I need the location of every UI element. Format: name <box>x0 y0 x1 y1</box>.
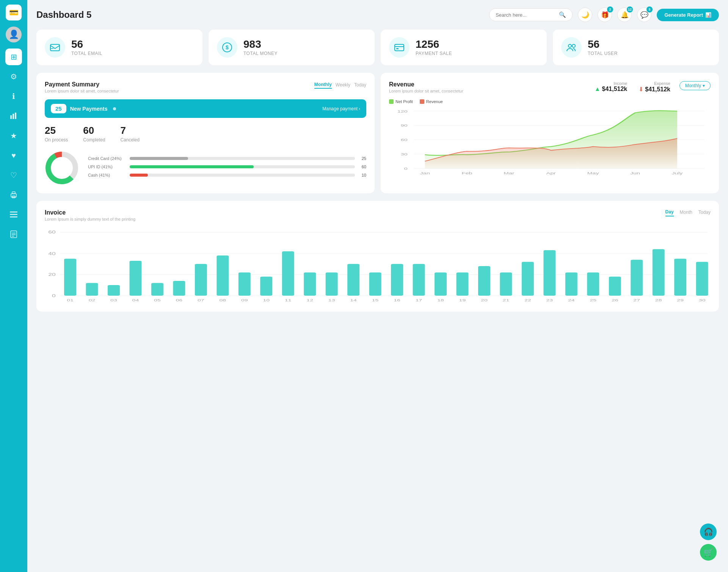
sidebar-item-print[interactable] <box>5 186 22 203</box>
payment-summary-subtitle: Lorem ipsum dolor sit amet, consectetur <box>45 89 119 93</box>
sidebar-item-heart2[interactable]: ♡ <box>5 167 22 183</box>
revenue-panel: Revenue Lorem ipsum dolor sit amet, cons… <box>381 73 719 193</box>
svg-text:60: 60 <box>48 230 56 234</box>
sidebar-item-settings[interactable]: ⚙ <box>5 68 22 85</box>
svg-text:18: 18 <box>437 298 444 302</box>
sidebar-item-info[interactable]: ℹ <box>5 88 22 105</box>
bar-cash-label: Cash (41%) <box>88 173 126 177</box>
bar-upi-track <box>130 165 355 168</box>
svg-text:Mar: Mar <box>504 171 515 175</box>
invoice-bar-20 <box>478 266 490 296</box>
invoice-bar-21 <box>500 273 512 296</box>
stat-card-payment: 1256 PAYMENT SALE <box>381 30 547 65</box>
gift-button[interactable]: 🎁 2 <box>598 8 612 22</box>
search-icon: 🔍 <box>559 11 566 18</box>
payment-summary-panel: Payment Summary Lorem ipsum dolor sit am… <box>36 73 375 193</box>
svg-text:0: 0 <box>52 294 56 298</box>
generate-report-button[interactable]: Generate Report 📊 <box>657 9 719 21</box>
income-label: Income <box>595 81 628 86</box>
invoice-bar-22 <box>522 262 534 296</box>
svg-text:19: 19 <box>459 298 466 302</box>
svg-rect-7 <box>10 214 17 215</box>
theme-toggle-button[interactable]: 🌙 <box>578 8 592 22</box>
invoice-bar-9 <box>238 273 251 296</box>
main-content: Dashboard 5 🔍 🌙 🎁 2 🔔 12 💬 5 Gen <box>27 0 728 572</box>
tab-today[interactable]: Today <box>354 81 366 88</box>
invoice-bar-12 <box>304 273 316 296</box>
sidebar-item-star[interactable]: ★ <box>5 127 22 144</box>
svg-text:23: 23 <box>546 298 553 302</box>
svg-rect-8 <box>10 216 17 218</box>
svg-rect-6 <box>10 212 17 213</box>
invoice-bar-5 <box>151 283 163 296</box>
svg-text:40: 40 <box>48 252 56 256</box>
tab-weekly[interactable]: Weekly <box>336 81 350 88</box>
stat-money-value: 983 <box>243 39 278 50</box>
sidebar-item-dashboard[interactable]: ⊞ <box>5 49 22 65</box>
sidebar-item-document[interactable] <box>5 226 22 243</box>
legend-revenue: Revenue <box>420 99 443 104</box>
payment-summary-header: Payment Summary Lorem ipsum dolor sit am… <box>45 81 366 93</box>
search-box[interactable]: 🔍 <box>489 8 573 21</box>
invoice-bar-17 <box>413 264 425 296</box>
pstat-canceled-label: Canceled <box>120 137 140 143</box>
avatar[interactable]: 👤 <box>6 27 22 42</box>
revenue-expense: Expense ⬇ $41,512k <box>639 81 670 93</box>
stat-card-money-info: 983 TOTAL MONEY <box>243 39 278 56</box>
stat-card-user-info: 56 TOTAL USER <box>588 39 618 56</box>
svg-rect-2 <box>15 113 16 119</box>
invoice-tab-day[interactable]: Day <box>665 209 674 216</box>
page-title: Dashboard 5 <box>36 9 91 20</box>
pstat-canceled: 7 Canceled <box>120 125 140 143</box>
svg-text:30: 30 <box>699 298 706 302</box>
stat-payment-label: PAYMENT SALE <box>416 51 452 56</box>
manage-payment-link[interactable]: Manage payment › <box>322 106 360 111</box>
svg-rect-4 <box>12 192 15 194</box>
invoice-bar-6 <box>173 281 185 296</box>
payment-summary-title: Payment Summary <box>45 81 119 88</box>
pstat-completed: 60 Completed <box>83 125 105 143</box>
gift-icon: 🎁 <box>601 11 609 19</box>
stat-user-value: 56 <box>588 39 618 50</box>
chat-badge: 5 <box>646 6 653 13</box>
support-float-button[interactable]: 🎧 <box>700 523 717 540</box>
revenue-legend: Net Profit Revenue <box>389 99 711 104</box>
invoice-tab-today[interactable]: Today <box>698 210 711 216</box>
invoice-subtitle: Lorem Ipsum is simply dummy text of the … <box>45 217 135 221</box>
sidebar-item-list[interactable] <box>5 206 22 223</box>
search-input[interactable] <box>496 12 556 18</box>
svg-rect-13 <box>50 44 60 51</box>
bar-row-creditcard: Credit Card (24%) 25 <box>88 156 366 161</box>
pstat-completed-val: 60 <box>83 125 105 136</box>
chat-button[interactable]: 💬 5 <box>637 8 651 22</box>
bar-cash-count: 10 <box>359 173 366 177</box>
svg-text:02: 02 <box>89 298 96 302</box>
svg-text:05: 05 <box>154 298 161 302</box>
legend-revenue-dot <box>420 99 424 104</box>
svg-text:May: May <box>587 171 599 175</box>
bell-badge: 12 <box>627 6 633 13</box>
invoice-tab-month[interactable]: Month <box>680 210 692 216</box>
svg-rect-19 <box>396 48 399 49</box>
revenue-monthly-dropdown[interactable]: Monthly ▾ <box>679 81 711 90</box>
sidebar-item-analytics[interactable] <box>5 108 22 124</box>
svg-text:03: 03 <box>110 298 117 302</box>
svg-text:06: 06 <box>176 298 183 302</box>
cart-float-button[interactable]: 🛒 <box>700 544 717 561</box>
tab-monthly[interactable]: Monthly <box>314 81 332 89</box>
svg-text:07: 07 <box>198 298 204 302</box>
pstat-canceled-val: 7 <box>120 125 140 136</box>
bell-button[interactable]: 🔔 12 <box>617 8 632 22</box>
svg-text:28: 28 <box>655 298 662 302</box>
svg-text:Jan: Jan <box>420 171 430 175</box>
sidebar-item-heart[interactable]: ♥ <box>5 147 22 164</box>
stat-card-email-info: 56 TOTAL EMAIL <box>71 39 102 56</box>
invoice-bar-19 <box>457 273 469 296</box>
sidebar: 💳 👤 ⊞ ⚙ ℹ ★ ♥ ♡ <box>0 0 27 572</box>
svg-text:01: 01 <box>67 298 74 302</box>
header: Dashboard 5 🔍 🌙 🎁 2 🔔 12 💬 5 Gen <box>36 8 719 22</box>
svg-text:16: 16 <box>394 298 400 302</box>
stat-cards: 56 TOTAL EMAIL $ 983 TOTAL MONEY 1256 PA… <box>36 30 719 65</box>
svg-point-25 <box>52 158 72 178</box>
sidebar-logo[interactable]: 💳 <box>6 5 22 20</box>
